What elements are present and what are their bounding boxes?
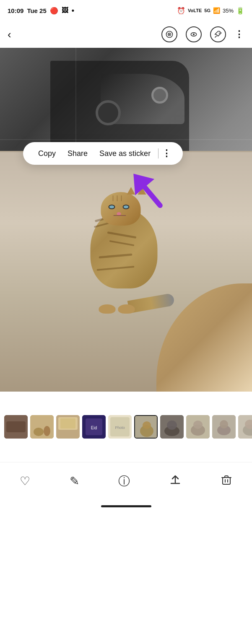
svg-rect-39 bbox=[223, 478, 230, 484]
svg-point-29 bbox=[193, 421, 203, 429]
svg-point-32 bbox=[220, 420, 228, 428]
svg-text:Photo: Photo bbox=[115, 426, 125, 430]
more-options-button[interactable]: ⋮ bbox=[234, 29, 244, 40]
thumbnail-strip-area: Eid Photo bbox=[0, 392, 252, 462]
thumbnail-2[interactable] bbox=[30, 415, 54, 439]
thumbnail-6-active[interactable] bbox=[134, 415, 158, 439]
nav-right: ⋮ bbox=[161, 26, 244, 42]
notification-icon: 🔴 bbox=[50, 7, 58, 15]
svg-rect-14 bbox=[60, 418, 75, 428]
bottom-action-bar: ♡ ✎ ⓘ bbox=[0, 462, 252, 500]
photo-background bbox=[0, 48, 252, 392]
thumbnail-4[interactable]: Eid bbox=[82, 415, 106, 439]
menu-more-button[interactable]: ⋮ bbox=[160, 148, 174, 159]
motion-view-button[interactable] bbox=[161, 26, 177, 42]
copy-button[interactable]: Copy bbox=[32, 149, 62, 158]
svg-point-3 bbox=[193, 34, 195, 35]
svg-point-26 bbox=[167, 421, 177, 430]
tag-button[interactable] bbox=[210, 26, 226, 42]
motion-icon bbox=[165, 30, 174, 39]
info-icon: ⓘ bbox=[118, 473, 130, 489]
thumbnail-5[interactable]: Photo bbox=[108, 415, 132, 439]
info-button[interactable]: ⓘ bbox=[112, 470, 137, 493]
status-right: ⏰ VoLTE 5G 📶 35% 🔋 bbox=[177, 7, 244, 15]
edit-icon: ✎ bbox=[70, 474, 79, 488]
share-button[interactable]: Share bbox=[62, 149, 94, 158]
media-icon: 🖼 bbox=[62, 7, 68, 14]
volte-icon: VoLTE bbox=[188, 8, 202, 13]
thumbnail-strip: Eid Photo bbox=[0, 415, 252, 439]
eye-icon bbox=[190, 30, 198, 39]
context-menu: Copy Share Save as sticker ⋮ bbox=[23, 142, 183, 165]
svg-point-4 bbox=[219, 33, 220, 34]
svg-text:Eid: Eid bbox=[91, 426, 97, 430]
svg-rect-9 bbox=[30, 415, 54, 439]
svg-point-11 bbox=[44, 426, 50, 436]
like-button[interactable]: ♡ bbox=[13, 471, 37, 491]
network-icon: 5G bbox=[204, 8, 210, 13]
dot-indicator: • bbox=[72, 6, 74, 15]
alarm-icon: ⏰ bbox=[177, 7, 185, 15]
thumbnail-8[interactable] bbox=[186, 415, 210, 439]
signal-icon: 📶 bbox=[213, 7, 220, 14]
status-bar: 10:09 Tue 25 🔴 🖼 • ⏰ VoLTE 5G 📶 35% 🔋 bbox=[0, 0, 252, 21]
menu-divider bbox=[158, 148, 158, 158]
back-button[interactable]: ‹ bbox=[8, 28, 11, 41]
svg-rect-8 bbox=[6, 421, 26, 432]
nav-bar: ‹ ⋮ bbox=[0, 21, 252, 48]
save-sticker-button[interactable]: Save as sticker bbox=[94, 149, 156, 158]
photo-viewer[interactable]: Copy Share Save as sticker ⋮ bbox=[0, 48, 252, 392]
view-toggle-button[interactable] bbox=[186, 26, 202, 42]
heart-icon: ♡ bbox=[20, 474, 30, 488]
svg-point-10 bbox=[34, 428, 44, 436]
delete-button[interactable] bbox=[214, 470, 239, 492]
battery-text: 35% bbox=[223, 8, 234, 14]
thumbnail-3[interactable] bbox=[56, 415, 80, 439]
thumbnail-9[interactable] bbox=[212, 415, 236, 439]
thumbnail-10[interactable] bbox=[238, 415, 252, 439]
tag-icon bbox=[214, 30, 222, 39]
home-bar bbox=[101, 505, 151, 507]
status-time: 10:09 bbox=[8, 7, 23, 14]
thumbnail-7[interactable] bbox=[160, 415, 184, 439]
arrow-indicator bbox=[130, 167, 172, 218]
home-indicator bbox=[0, 500, 252, 512]
edit-button[interactable]: ✎ bbox=[63, 471, 86, 491]
nav-left: ‹ bbox=[8, 28, 11, 41]
share-action-button[interactable] bbox=[163, 471, 188, 492]
svg-point-23 bbox=[143, 421, 151, 429]
share-icon bbox=[169, 474, 181, 488]
trash-icon bbox=[221, 474, 232, 488]
status-date: Tue 25 bbox=[27, 7, 46, 14]
status-left: 10:09 Tue 25 🔴 🖼 • bbox=[8, 6, 74, 15]
thumbnail-1[interactable] bbox=[4, 415, 28, 439]
battery-icon: 🔋 bbox=[236, 7, 244, 15]
